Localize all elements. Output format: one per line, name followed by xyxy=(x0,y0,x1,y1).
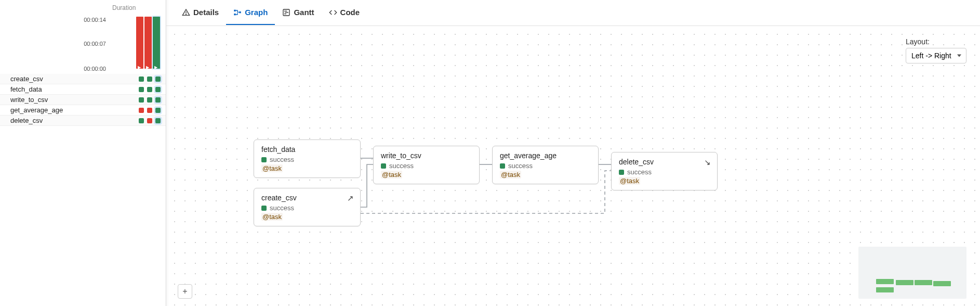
node-decorator: @task xyxy=(261,164,283,172)
status-dot[interactable] xyxy=(147,97,152,103)
layout-select[interactable]: Left -> Right xyxy=(906,48,966,63)
node-title: create_csv xyxy=(261,194,353,202)
node-create-csv[interactable]: ↗ create_csv success @task xyxy=(254,188,361,226)
tab-graph[interactable]: Graph xyxy=(226,1,275,25)
duration-chart: 00:00:14 00:00:07 00:00:00 ▶ ▶ ▶ xyxy=(0,14,166,71)
status-dot[interactable] xyxy=(139,97,144,103)
node-status: success xyxy=(619,168,710,176)
run-bar[interactable]: ▶ xyxy=(153,17,160,69)
status-dot[interactable] xyxy=(139,118,144,123)
status-square-icon xyxy=(381,163,386,169)
status-dot[interactable] xyxy=(147,108,152,113)
svg-rect-4 xyxy=(240,11,241,13)
graph-canvas[interactable]: Layout: Left -> Right fetch_data xyxy=(166,26,980,306)
status-dot[interactable] xyxy=(155,76,161,82)
tab-label: Code xyxy=(340,8,360,17)
svg-point-1 xyxy=(186,14,186,14)
play-icon: ▶ xyxy=(146,65,149,70)
task-name: write_to_csv xyxy=(10,96,139,104)
svg-rect-2 xyxy=(234,9,236,11)
status-dot[interactable] xyxy=(155,108,161,113)
task-dots xyxy=(139,76,166,82)
task-row-create-csv[interactable]: create_csv xyxy=(0,74,166,84)
svg-rect-3 xyxy=(234,14,236,15)
tab-gantt[interactable]: Gantt xyxy=(275,1,321,25)
task-dots xyxy=(139,87,166,92)
node-status-text: success xyxy=(627,168,652,176)
tabs: Details Graph Gantt Code xyxy=(166,0,980,26)
run-bar[interactable]: ▶ xyxy=(144,17,152,69)
node-status-text: success xyxy=(270,156,294,163)
duration-label: Duration xyxy=(0,0,166,14)
node-status: success xyxy=(500,162,591,170)
zoom-controls: + xyxy=(178,284,192,299)
node-title: fetch_data xyxy=(261,145,353,154)
status-square-icon xyxy=(500,163,505,169)
plus-icon: + xyxy=(182,287,187,296)
node-delete-csv[interactable]: ↘ delete_csv success @task xyxy=(611,152,718,190)
status-dot[interactable] xyxy=(155,118,161,123)
run-bar[interactable]: ▶ xyxy=(136,17,143,69)
task-row-fetch-data[interactable]: fetch_data xyxy=(0,84,166,95)
graph-icon xyxy=(233,8,242,17)
node-write-to-csv[interactable]: write_to_csv success @task xyxy=(373,146,480,184)
status-dot[interactable] xyxy=(155,87,161,92)
task-row-get-average-age[interactable]: get_average_age xyxy=(0,105,166,116)
sidebar: Duration 00:00:14 00:00:07 00:00:00 ▶ ▶ … xyxy=(0,0,166,306)
node-status: success xyxy=(261,156,353,163)
task-row-write-to-csv[interactable]: write_to_csv xyxy=(0,95,166,105)
status-square-icon xyxy=(261,206,267,211)
task-name: delete_csv xyxy=(10,117,139,124)
minimap-node xyxy=(876,287,894,292)
node-status-text: success xyxy=(270,204,294,212)
node-status: success xyxy=(261,204,353,212)
play-icon: ▶ xyxy=(138,65,141,70)
node-title: write_to_csv xyxy=(381,151,472,160)
y-tick: 00:00:00 xyxy=(84,66,106,72)
y-tick: 00:00:14 xyxy=(84,17,106,23)
tab-code[interactable]: Code xyxy=(322,1,367,25)
status-square-icon xyxy=(261,157,267,162)
node-fetch-data[interactable]: fetch_data success @task xyxy=(254,139,361,178)
node-decorator: @task xyxy=(619,177,640,185)
arrow-down-right-icon: ↘ xyxy=(704,158,711,167)
layout-label: Layout: xyxy=(906,37,966,46)
tab-label: Graph xyxy=(245,8,268,17)
status-dot[interactable] xyxy=(139,87,144,92)
status-dot[interactable] xyxy=(147,87,152,92)
task-name: create_csv xyxy=(10,75,139,83)
layout-control: Layout: Left -> Right xyxy=(906,37,966,63)
status-dot[interactable] xyxy=(147,76,152,82)
y-axis: 00:00:14 00:00:07 00:00:00 xyxy=(0,14,135,71)
status-dot[interactable] xyxy=(155,97,161,103)
node-title: get_average_age xyxy=(500,151,591,160)
duration-bars: ▶ ▶ ▶ xyxy=(136,17,160,69)
tab-details[interactable]: Details xyxy=(175,1,226,25)
arrow-up-right-icon: ↗ xyxy=(347,194,354,203)
status-dot[interactable] xyxy=(147,118,152,123)
tab-label: Details xyxy=(193,8,219,17)
node-title: delete_csv xyxy=(619,158,710,166)
node-status: success xyxy=(381,162,472,170)
status-dot[interactable] xyxy=(139,76,144,82)
node-get-average-age[interactable]: get_average_age success @task xyxy=(492,146,599,184)
minimap[interactable] xyxy=(858,247,966,299)
gantt-icon xyxy=(282,8,290,17)
status-dot[interactable] xyxy=(139,108,144,113)
task-row-delete-csv[interactable]: delete_csv xyxy=(0,116,166,126)
play-icon: ▶ xyxy=(154,65,157,70)
task-dots xyxy=(139,118,166,123)
task-dots xyxy=(139,108,166,113)
minimap-node xyxy=(876,279,894,284)
node-decorator: @task xyxy=(261,213,283,221)
node-status-text: success xyxy=(389,162,414,170)
y-tick: 00:00:07 xyxy=(84,41,106,47)
code-icon xyxy=(329,8,337,17)
minimap-node xyxy=(933,281,951,286)
zoom-in-button[interactable]: + xyxy=(178,284,192,299)
node-decorator: @task xyxy=(500,171,521,178)
minimap-node xyxy=(915,280,932,285)
warning-triangle-icon xyxy=(182,8,190,17)
main-panel: Details Graph Gantt Code Layout: L xyxy=(166,0,980,306)
status-square-icon xyxy=(619,170,624,175)
